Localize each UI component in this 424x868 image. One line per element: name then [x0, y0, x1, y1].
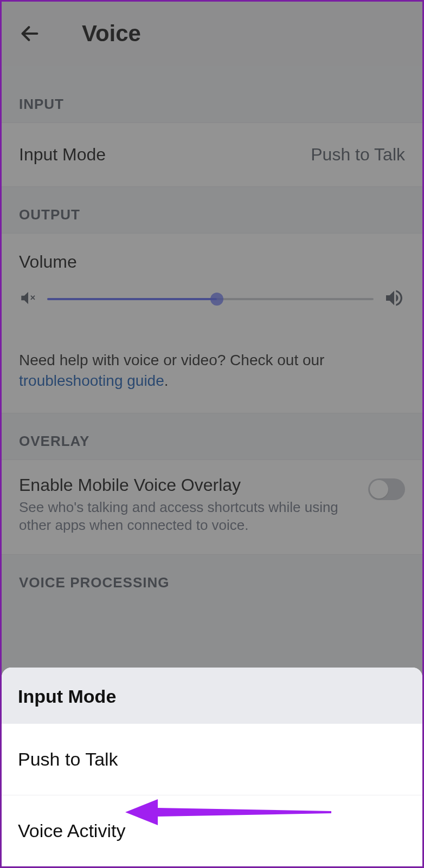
sheet-header: Input Mode: [2, 668, 422, 723]
sheet-title: Input Mode: [18, 686, 406, 707]
option-voice-activity[interactable]: Voice Activity: [2, 795, 422, 866]
input-mode-sheet: Input Mode Push to Talk Voice Activity: [2, 668, 422, 866]
option-push-to-talk[interactable]: Push to Talk: [2, 723, 422, 795]
